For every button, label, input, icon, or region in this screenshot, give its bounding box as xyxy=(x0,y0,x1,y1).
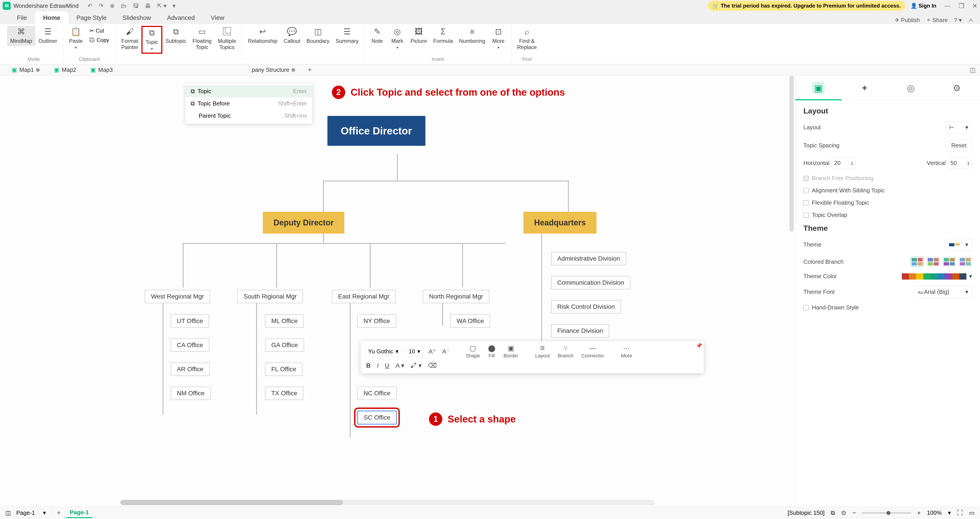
checkbox[interactable] xyxy=(803,305,809,310)
h-scrollbar[interactable] xyxy=(120,500,655,505)
zoom-out-icon[interactable]: − xyxy=(853,509,856,516)
doc-tab-company[interactable]: pany Structure xyxy=(247,65,301,75)
dropdown-topic-before[interactable]: ⧉Topic Before Shift+Enter xyxy=(185,97,312,110)
shape-btn[interactable]: ▢Shape xyxy=(464,344,482,359)
checkbox[interactable] xyxy=(803,188,809,193)
find-replace-button[interactable]: ⌕Find & Replace xyxy=(514,26,540,52)
vertical-input[interactable]: 50▴▾ xyxy=(948,158,972,169)
node-finance[interactable]: Finance Division xyxy=(551,324,609,337)
callout-button[interactable]: 💬Callout xyxy=(280,26,303,46)
cb-flexible[interactable]: Flexible Floating Topic xyxy=(803,199,972,206)
node-ut[interactable]: UT Office xyxy=(170,315,209,328)
node-sc-selected[interactable]: SC Office xyxy=(357,410,397,425)
new-icon[interactable]: ⊕ xyxy=(110,2,115,10)
node-tx[interactable]: TX Office xyxy=(265,386,303,400)
layout-select[interactable]: ⊢▾ xyxy=(945,121,972,133)
menu-page-style[interactable]: Page Style xyxy=(68,11,115,24)
theme-font-select[interactable]: Aa Arial (Big) ▾ xyxy=(914,286,972,298)
menu-slideshow[interactable]: Slideshow xyxy=(115,11,159,24)
numbering-button[interactable]: ≡Numbering xyxy=(456,26,488,46)
v-scrollbar-thumb[interactable] xyxy=(789,76,794,232)
fullscreen-icon[interactable]: ⛶ xyxy=(957,509,963,516)
formula-button[interactable]: ΣFormula xyxy=(430,26,456,46)
page-tab-1[interactable]: Page-1 xyxy=(66,508,92,518)
cb-overlap[interactable]: Topic Overlap xyxy=(803,212,972,219)
font-select[interactable]: Yu Gothic▾ xyxy=(365,347,401,356)
sp-tab-style[interactable]: ✦ xyxy=(858,82,871,94)
theme-color-strip[interactable] xyxy=(902,273,966,279)
page-dropdown[interactable]: Page-1▾ xyxy=(16,509,51,516)
publish-button[interactable]: ✈ Publish xyxy=(895,17,920,24)
copy-button[interactable]: ⿻Copy xyxy=(88,36,111,44)
node-root[interactable]: Office Director xyxy=(328,116,425,146)
node-ca[interactable]: CA Office xyxy=(170,339,209,352)
font-color-icon[interactable]: A ▾ xyxy=(395,361,405,370)
font-increase-icon[interactable]: A⁺ xyxy=(428,347,437,356)
format-painter-button[interactable]: 🖌Format Painter xyxy=(118,26,142,52)
topic-button[interactable]: ⧉Topic▾ xyxy=(142,26,162,54)
mindmap-button[interactable]: ⌘MindMap xyxy=(7,26,35,46)
node-comm[interactable]: Communication Division xyxy=(551,276,630,289)
doc-tab-map1[interactable]: ▣Map1 xyxy=(6,65,45,75)
branch-btn[interactable]: ⑂Branch xyxy=(556,345,575,359)
multiple-topics-button[interactable]: ⿺Multiple Topics xyxy=(215,26,239,52)
node-admin[interactable]: Administrative Division xyxy=(551,252,626,265)
node-ga[interactable]: GA Office xyxy=(265,339,304,352)
zoom-slider[interactable] xyxy=(862,512,911,514)
dropdown-parent-topic[interactable]: Parent Topic Shift+Ins xyxy=(185,110,312,122)
node-risk[interactable]: Risk Control Division xyxy=(551,300,621,313)
picture-button[interactable]: 🖼Picture xyxy=(407,26,430,46)
collapse-ribbon-icon[interactable]: ㅅ xyxy=(968,16,974,24)
node-ny[interactable]: NY Office xyxy=(357,315,396,328)
node-north[interactable]: North Regional Mgr xyxy=(423,290,489,303)
horizontal-input[interactable]: 20▴▾ xyxy=(831,158,856,169)
boundary-button[interactable]: ◫Boundary xyxy=(303,26,332,46)
save-icon[interactable]: 🖫 xyxy=(133,2,139,10)
node-ml[interactable]: ML Office xyxy=(265,315,304,328)
summary-button[interactable]: ☰Summary xyxy=(332,26,362,46)
mark-button[interactable]: ◎Mark▾ xyxy=(387,26,407,51)
doc-tab-map3[interactable]: ▣Map3 xyxy=(85,65,118,75)
pin-icon[interactable]: 📌 xyxy=(696,343,702,349)
connector-btn[interactable]: —Connector xyxy=(579,345,606,359)
paste-button[interactable]: 📋Paste▾ xyxy=(66,26,86,51)
close-icon[interactable]: ✕ xyxy=(972,2,977,10)
menu-file[interactable]: File xyxy=(9,11,35,24)
reset-button[interactable]: Reset xyxy=(946,140,972,152)
border-btn[interactable]: ▣Border xyxy=(502,344,520,359)
sp-tab-settings[interactable]: ⚙ xyxy=(951,82,963,94)
layers-icon[interactable]: ⧉ xyxy=(831,509,835,516)
italic-icon[interactable]: I xyxy=(376,361,380,370)
note-button[interactable]: ✎Note xyxy=(367,26,387,46)
node-wa[interactable]: WA Office xyxy=(450,315,490,328)
dropdown-topic[interactable]: ⧉Topic Enter xyxy=(185,85,312,97)
share-button[interactable]: ⚬ Share xyxy=(926,17,948,24)
export-icon[interactable]: ⇱ ▾ xyxy=(157,2,166,10)
canvas[interactable]: 2 Click Topic and select from one of the… xyxy=(0,76,795,506)
menu-view[interactable]: View xyxy=(203,11,232,24)
tabbar-panel-icon[interactable]: ◫ xyxy=(970,66,975,73)
subtopic-button[interactable]: ⧉Subtopic xyxy=(162,26,189,46)
node-deputy[interactable]: Deputy Director xyxy=(263,212,344,234)
sp-tab-icon[interactable]: ◎ xyxy=(905,82,917,94)
more-button[interactable]: ⊡More▾ xyxy=(488,26,509,51)
zoom-in-icon[interactable]: + xyxy=(917,509,921,516)
checkbox[interactable] xyxy=(803,212,809,218)
floating-topic-button[interactable]: ▭Floating Topic xyxy=(189,26,215,52)
branch-swatch-4[interactable] xyxy=(959,257,972,267)
layout-btn[interactable]: ⚞Layout xyxy=(533,344,552,359)
node-fl[interactable]: FL Office xyxy=(265,363,302,376)
relationship-button[interactable]: ↩Relationship xyxy=(245,26,280,46)
node-nm[interactable]: NM Office xyxy=(170,386,211,400)
size-select[interactable]: 10▾ xyxy=(406,347,423,356)
font-decrease-icon[interactable]: A⁻ xyxy=(441,347,450,356)
underline-icon[interactable]: U xyxy=(384,361,390,370)
status-view-icon[interactable]: ◫ xyxy=(5,509,11,516)
cb-alignment[interactable]: Alignment With Sibling Topic xyxy=(803,187,972,194)
redo-icon[interactable]: ↷ xyxy=(99,2,103,10)
chevron-down-icon[interactable]: ▾ xyxy=(969,273,972,280)
open-icon[interactable]: 🗁 xyxy=(121,2,127,10)
maximize-icon[interactable]: ❐ xyxy=(959,2,964,10)
node-hq[interactable]: Headquarters xyxy=(523,212,597,234)
theme-select[interactable]: ▾ xyxy=(945,239,972,251)
